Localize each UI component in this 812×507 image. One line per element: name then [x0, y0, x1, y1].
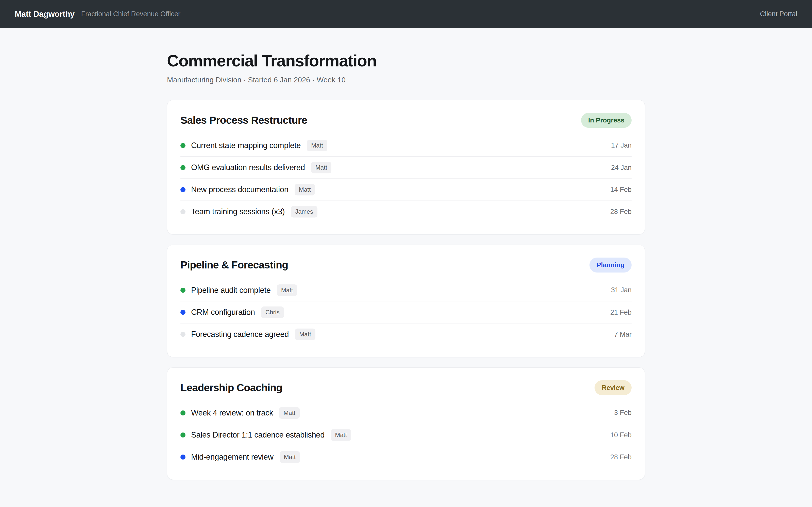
owner-pill: Chris	[261, 306, 284, 318]
owner-pill: Matt	[295, 329, 315, 340]
status-dot-icon	[181, 288, 186, 293]
status-dot-icon	[181, 143, 186, 148]
milestone-row: Mid-engagement review Matt 28 Feb	[181, 446, 631, 468]
due-date: 3 Feb	[614, 409, 631, 417]
milestone-row: CRM configuration Chris 21 Feb	[181, 301, 631, 323]
due-date: 17 Jan	[611, 142, 631, 149]
milestone-label: Pipeline audit complete	[191, 286, 271, 295]
card-title: Leadership Coaching	[181, 382, 283, 394]
owner-pill: Matt	[307, 140, 327, 151]
project-card: Leadership Coaching Review Week 4 review…	[167, 367, 645, 480]
due-date: 28 Feb	[610, 208, 631, 216]
milestone-label: Week 4 review: on track	[191, 408, 273, 417]
status-dot-icon	[181, 165, 186, 170]
project-card: Pipeline & Forecasting Planning Pipeline…	[167, 245, 645, 357]
topbar: Matt Dagworthy Fractional Chief Revenue …	[0, 0, 812, 28]
project-card-list: Sales Process Restructure In Progress Cu…	[167, 100, 645, 480]
main-content: Commercial Transformation Manufacturing …	[167, 28, 645, 507]
milestone-label: Sales Director 1:1 cadence established	[191, 431, 324, 440]
owner-pill: Matt	[279, 407, 300, 419]
milestone-row: Sales Director 1:1 cadence established M…	[181, 424, 631, 446]
due-date: 28 Feb	[610, 453, 631, 461]
milestone-list: Current state mapping complete Matt 17 J…	[181, 134, 631, 223]
due-date: 7 Mar	[614, 331, 631, 338]
due-date: 21 Feb	[610, 308, 631, 316]
project-card: Sales Process Restructure In Progress Cu…	[167, 100, 645, 234]
owner-pill: Matt	[277, 284, 297, 296]
due-date: 14 Feb	[610, 186, 631, 194]
card-header: Sales Process Restructure In Progress	[181, 113, 631, 128]
milestone-list: Pipeline audit complete Matt 31 Jan CRM …	[181, 279, 631, 345]
owner-pill: Matt	[311, 162, 332, 173]
status-dot-icon	[181, 310, 186, 315]
status-badge: In Progress	[581, 113, 631, 128]
status-dot-icon	[181, 433, 186, 438]
page-title: Commercial Transformation	[167, 51, 645, 70]
status-dot-icon	[181, 187, 186, 192]
milestone-row: Team training sessions (x3) James 28 Feb	[181, 201, 631, 223]
status-badge: Review	[595, 380, 631, 395]
status-dot-icon	[181, 410, 186, 415]
page-subtitle: Manufacturing Division · Started 6 Jan 2…	[167, 76, 645, 84]
card-header: Pipeline & Forecasting Planning	[181, 258, 631, 273]
due-date: 10 Feb	[610, 431, 631, 439]
owner-pill: Matt	[295, 184, 315, 195]
due-date: 24 Jan	[611, 164, 631, 172]
card-title: Sales Process Restructure	[181, 114, 307, 126]
milestone-label: OMG evaluation results delivered	[191, 163, 305, 172]
milestone-row: Week 4 review: on track Matt 3 Feb	[181, 402, 631, 424]
consultant-role: Fractional Chief Revenue Officer	[81, 10, 181, 18]
status-dot-icon	[181, 209, 186, 214]
milestone-label: New process documentation	[191, 185, 289, 194]
milestone-row: Current state mapping complete Matt 17 J…	[181, 134, 631, 156]
due-date: 31 Jan	[611, 286, 631, 294]
milestone-row: Pipeline audit complete Matt 31 Jan	[181, 279, 631, 301]
status-dot-icon	[181, 332, 186, 337]
status-dot-icon	[181, 455, 186, 460]
card-header: Leadership Coaching Review	[181, 380, 631, 395]
milestone-label: Mid-engagement review	[191, 452, 273, 462]
owner-pill: Matt	[280, 451, 300, 463]
owner-pill: James	[291, 206, 317, 218]
milestone-label: CRM configuration	[191, 308, 255, 317]
milestone-list: Week 4 review: on track Matt 3 Feb Sales…	[181, 402, 631, 468]
milestone-row: OMG evaluation results delivered Matt 24…	[181, 156, 631, 178]
owner-pill: Matt	[331, 429, 351, 441]
milestone-row: New process documentation Matt 14 Feb	[181, 178, 631, 201]
consultant-name: Matt Dagworthy	[15, 9, 74, 19]
client-portal-link[interactable]: Client Portal	[760, 10, 797, 18]
milestone-label: Team training sessions (x3)	[191, 207, 285, 216]
card-title: Pipeline & Forecasting	[181, 259, 288, 271]
milestone-label: Current state mapping complete	[191, 141, 301, 150]
status-badge: Planning	[590, 258, 631, 273]
milestone-label: Forecasting cadence agreed	[191, 330, 289, 339]
milestone-row: Forecasting cadence agreed Matt 7 Mar	[181, 323, 631, 345]
